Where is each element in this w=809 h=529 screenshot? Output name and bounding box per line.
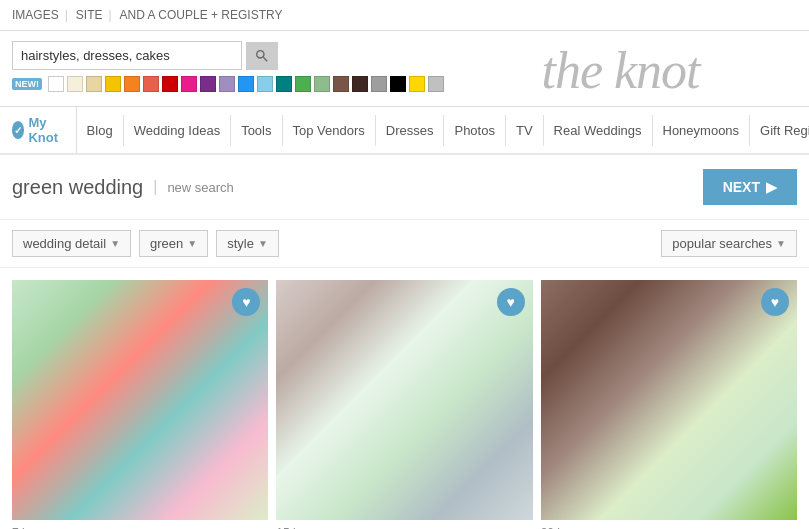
nav-item-blog[interactable]: Blog [77, 115, 124, 146]
swatch-champagne[interactable] [86, 76, 102, 92]
top-bar: IMAGES | SITE | AND A COUPLE + REGISTRY [0, 0, 809, 31]
next-button[interactable]: NEXT ▶ [703, 169, 797, 205]
search-button[interactable] [246, 42, 278, 70]
nav-item-photos[interactable]: Photos [444, 115, 505, 146]
new-search-link[interactable]: new search [167, 180, 233, 195]
swatch-gray[interactable] [371, 76, 387, 92]
style-filter[interactable]: style ▼ [216, 230, 279, 257]
image-card-1: ♥ 7 loves centerpieces, green, light gre… [12, 280, 268, 529]
next-arrow-icon: ▶ [766, 179, 777, 195]
wedding-detail-label: wedding detail [23, 236, 106, 251]
popular-searches-filter[interactable]: popular searches ▼ [661, 230, 797, 257]
separator-1: | [65, 8, 68, 22]
nav-item-wedding-ideas[interactable]: Wedding Ideas [124, 115, 232, 146]
nav-item-gift-registries[interactable]: Gift Registries [750, 115, 809, 146]
nav-item-tv[interactable]: TV [506, 115, 544, 146]
heart-icon-3: ♥ [771, 294, 779, 310]
image-grid: ♥ 7 loves centerpieces, green, light gre… [0, 268, 809, 529]
swatch-pink[interactable] [181, 76, 197, 92]
heart-button-1[interactable]: ♥ [232, 288, 260, 316]
swatch-lavender[interactable] [219, 76, 235, 92]
swatch-ivory[interactable] [67, 76, 83, 92]
search-input[interactable] [12, 41, 242, 70]
couple-tab[interactable]: AND A COUPLE + REGISTRY [120, 8, 283, 22]
image-card-3: ♥ 80 loves ceremony decor, green, succul… [541, 280, 797, 529]
swatch-orange[interactable] [124, 76, 140, 92]
nav-item-honeymoons[interactable]: Honeymoons [653, 115, 751, 146]
image-card-2: ♥ 15 loves centerpieces, brown, green, r… [276, 280, 532, 529]
swatch-gold[interactable] [409, 76, 425, 92]
site-tab[interactable]: SITE [76, 8, 103, 22]
search-area: NEW! the knot [0, 31, 809, 106]
search-left: NEW! [12, 41, 444, 92]
chevron-down-icon-4: ▼ [776, 238, 786, 249]
image-2[interactable]: ♥ [276, 280, 532, 520]
myknot-nav[interactable]: ✓ My Knot [12, 107, 77, 153]
nav-item-top-vendors[interactable]: Top Vendors [283, 115, 376, 146]
swatch-dark-brown[interactable] [352, 76, 368, 92]
image-1[interactable]: ♥ [12, 280, 268, 520]
chevron-down-icon: ▼ [110, 238, 120, 249]
chevron-down-icon-2: ▼ [187, 238, 197, 249]
swatch-white[interactable] [48, 76, 64, 92]
search-icon [254, 48, 270, 64]
green-label: green [150, 236, 183, 251]
heart-button-2[interactable]: ♥ [497, 288, 525, 316]
popular-searches-label: popular searches [672, 236, 772, 251]
separator-2: | [108, 8, 111, 22]
swatch-purple[interactable] [200, 76, 216, 92]
new-badge: NEW! [12, 78, 42, 90]
nav-items: Blog Wedding Ideas Tools Top Vendors Dre… [77, 115, 809, 146]
nav-item-real-weddings[interactable]: Real Weddings [544, 115, 653, 146]
content-header: green wedding | new search NEXT ▶ [0, 155, 809, 220]
swatch-sage[interactable] [314, 76, 330, 92]
color-swatches: NEW! [12, 76, 444, 92]
filters-bar: wedding detail ▼ green ▼ style ▼ popular… [0, 220, 809, 268]
heart-icon-1: ♥ [242, 294, 250, 310]
images-tab[interactable]: IMAGES [12, 8, 59, 22]
image-3[interactable]: ♥ [541, 280, 797, 520]
style-label: style [227, 236, 254, 251]
swatch-teal[interactable] [276, 76, 292, 92]
swatch-red[interactable] [162, 76, 178, 92]
logo-area: the knot [444, 41, 797, 100]
main-nav: ✓ My Knot Blog Wedding Ideas Tools Top V… [0, 106, 809, 155]
filter-left: wedding detail ▼ green ▼ style ▼ [12, 230, 279, 257]
swatch-blue[interactable] [238, 76, 254, 92]
content-title-row: green wedding | new search [12, 176, 234, 199]
swatch-black[interactable] [390, 76, 406, 92]
nav-item-tools[interactable]: Tools [231, 115, 282, 146]
green-filter[interactable]: green ▼ [139, 230, 208, 257]
chevron-down-icon-3: ▼ [258, 238, 268, 249]
swatch-brown[interactable] [333, 76, 349, 92]
logo: the knot [541, 41, 699, 100]
myknot-icon: ✓ [12, 121, 24, 139]
swatch-coral[interactable] [143, 76, 159, 92]
wedding-detail-filter[interactable]: wedding detail ▼ [12, 230, 131, 257]
search-input-row [12, 41, 444, 70]
next-label: NEXT [723, 179, 760, 195]
myknot-label: My Knot [28, 115, 63, 145]
heart-icon-2: ♥ [507, 294, 515, 310]
swatch-light-blue[interactable] [257, 76, 273, 92]
swatch-yellow[interactable] [105, 76, 121, 92]
page-title: green wedding [12, 176, 143, 199]
swatch-green[interactable] [295, 76, 311, 92]
title-divider: | [153, 178, 157, 196]
heart-button-3[interactable]: ♥ [761, 288, 789, 316]
nav-item-dresses[interactable]: Dresses [376, 115, 445, 146]
swatch-silver[interactable] [428, 76, 444, 92]
